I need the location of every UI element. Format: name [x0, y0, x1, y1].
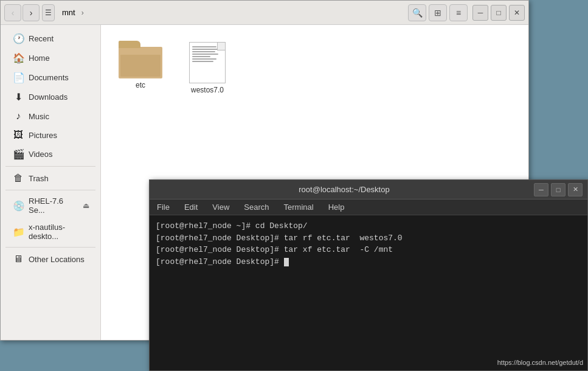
file-label-etc: etc [136, 81, 145, 89]
sidebar-label-other-locations: Other Locations [29, 255, 85, 264]
sidebar-separator-3 [5, 247, 95, 248]
recent-icon: 🕐 [13, 33, 24, 44]
nav-buttons: ‹ › [4, 4, 40, 21]
breadcrumb-icon: ☰ [45, 9, 52, 17]
sidebar-item-rhel[interactable]: 💿 RHEL-7.6 Se... ⏏ [3, 193, 98, 218]
sidebar-item-recent[interactable]: 🕐 Recent [3, 29, 98, 48]
menu-search[interactable]: Search [241, 201, 271, 213]
sidebar-item-xnautilus[interactable]: 📁 x-nautilus-deskto... [3, 219, 98, 244]
breadcrumb-area: ☰ mnt › [42, 4, 408, 21]
sidebar-label-home: Home [29, 54, 50, 63]
other-locations-icon: 🖥 [13, 254, 24, 265]
home-icon: 🏠 [13, 52, 24, 64]
terminal-maximize-icon: □ [556, 186, 561, 193]
view-options-icon: ⊞ [434, 8, 441, 18]
sidebar-separator-1 [5, 166, 95, 167]
minimize-icon: ─ [478, 9, 483, 17]
terminal-maximize-button[interactable]: □ [551, 183, 566, 196]
device-left-rhel: 💿 RHEL-7.6 Se... [13, 196, 77, 215]
terminal-close-button[interactable]: ✕ [568, 183, 583, 196]
doc-line-2 [192, 49, 220, 50]
minimize-button[interactable]: ─ [472, 5, 488, 21]
doc-line-1 [192, 46, 216, 47]
forward-icon: › [30, 8, 33, 18]
window-controls: ─ □ ✕ [472, 5, 525, 21]
downloads-icon: ⬇ [13, 91, 24, 103]
terminal-menubar: File Edit View Search Terminal Help [150, 199, 587, 215]
folder-body [119, 47, 162, 78]
eject-button-rhel[interactable]: ⏏ [81, 200, 91, 211]
url-bar: https://blog.csdn.net/getdut/d [497, 359, 583, 366]
file-item-etc[interactable]: etc [113, 37, 168, 99]
titlebar-actions: 🔍 ⊞ ≡ [408, 4, 468, 21]
sidebar-item-videos[interactable]: 🎬 Videos [3, 145, 98, 164]
search-icon: 🔍 [412, 8, 423, 18]
parent-button[interactable]: ☰ [42, 4, 55, 21]
maximize-button[interactable]: □ [491, 5, 507, 21]
breadcrumb-path: mnt [57, 8, 80, 17]
file-item-westos70[interactable]: westos7.0 [180, 37, 235, 99]
menu-file[interactable]: File [154, 201, 172, 213]
sidebar-label-music: Music [29, 112, 49, 121]
file-grid: etc westos7.0 [113, 37, 516, 99]
sidebar: 🕐 Recent 🏠 Home 📄 Documents ⬇ Downloads … [1, 25, 101, 340]
menu-edit[interactable]: Edit [182, 201, 200, 213]
sidebar-item-trash[interactable]: 🗑 Trash [3, 169, 98, 187]
sidebar-label-xnautilus: x-nautilus-deskto... [29, 223, 91, 241]
videos-icon: 🎬 [13, 148, 24, 160]
sidebar-item-home[interactable]: 🏠 Home [3, 49, 98, 68]
forward-button[interactable]: › [22, 4, 40, 21]
terminal-window-controls: ─ □ ✕ [534, 183, 583, 196]
search-button[interactable]: 🔍 [408, 4, 426, 21]
sidebar-label-recent: Recent [29, 34, 54, 43]
sidebar-label-documents: Documents [29, 73, 69, 82]
file-label-westos70: westos7.0 [191, 86, 224, 94]
sidebar-label-rhel: RHEL-7.6 Se... [29, 196, 77, 215]
close-icon: ✕ [514, 9, 520, 17]
sidebar-item-pictures[interactable]: 🖼 Pictures [3, 126, 98, 144]
menu-button[interactable]: ≡ [449, 4, 468, 21]
sidebar-item-downloads[interactable]: ⬇ Downloads [3, 88, 98, 106]
sidebar-label-videos: Videos [29, 150, 53, 159]
terminal-cursor [284, 258, 289, 266]
titlebar: ‹ › ☰ mnt › 🔍 ⊞ ≡ [1, 1, 528, 25]
sidebar-item-other-locations[interactable]: 🖥 Other Locations [3, 250, 98, 268]
back-button[interactable]: ‹ [4, 4, 21, 21]
terminal-minimize-icon: ─ [539, 186, 544, 193]
sidebar-label-downloads: Downloads [29, 92, 67, 102]
close-button[interactable]: ✕ [509, 5, 525, 21]
back-icon: ‹ [12, 8, 15, 18]
doc-line-7 [192, 61, 213, 62]
xnautilus-icon: 📁 [13, 226, 24, 238]
sidebar-label-pictures: Pictures [29, 131, 57, 140]
terminal-minimize-button[interactable]: ─ [534, 183, 548, 196]
menu-view[interactable]: View [210, 201, 232, 213]
sidebar-separator-2 [5, 190, 95, 190]
maximize-icon: □ [496, 9, 500, 17]
folder-inner [120, 55, 161, 77]
doc-line-6 [192, 58, 216, 60]
sidebar-label-trash: Trash [29, 174, 49, 183]
terminal-title: root@localhost:~/Desktop [154, 185, 534, 194]
terminal-window: root@localhost:~/Desktop ─ □ ✕ File Edit… [149, 179, 588, 371]
terminal-titlebar: root@localhost:~/Desktop ─ □ ✕ [150, 180, 587, 199]
sidebar-item-documents[interactable]: 📄 Documents [3, 68, 98, 87]
trash-icon: 🗑 [13, 173, 24, 184]
rhel-icon: 💿 [13, 200, 24, 212]
doc-line-4 [192, 54, 218, 55]
view-options-button[interactable]: ⊞ [429, 4, 447, 21]
url-text: https://blog.csdn.net/getdut/d [497, 359, 583, 366]
terminal-body[interactable]: [root@rhel7_node ~]# cd Desktop/ [root@r… [150, 215, 587, 370]
sidebar-item-music[interactable]: ♪ Music [3, 107, 98, 125]
doc-line-5 [192, 56, 210, 57]
breadcrumb-end-arrow: › [80, 9, 85, 17]
documents-icon: 📄 [13, 72, 24, 83]
pictures-icon: 🖼 [13, 130, 24, 140]
music-icon: ♪ [13, 111, 24, 122]
menu-help[interactable]: Help [326, 201, 347, 213]
menu-icon: ≡ [456, 8, 461, 18]
terminal-close-icon: ✕ [573, 186, 578, 193]
doc-line-3 [192, 51, 215, 52]
folder-icon-etc [119, 42, 162, 78]
menu-terminal[interactable]: Terminal [282, 201, 316, 213]
